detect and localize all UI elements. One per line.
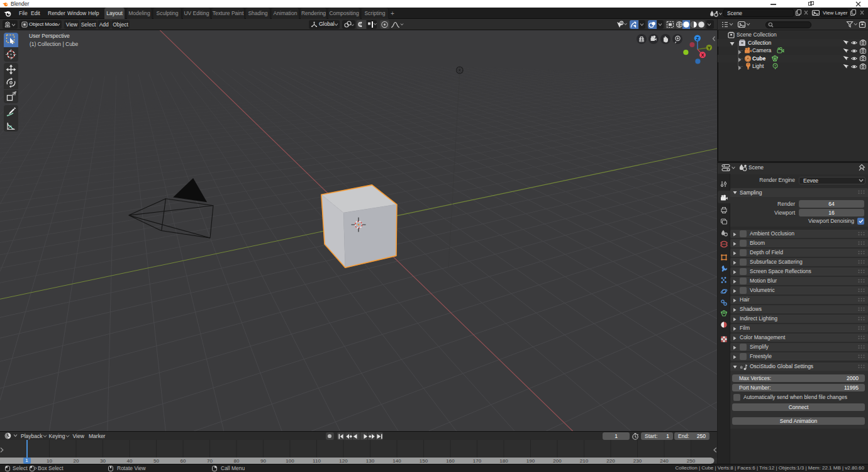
svg-text:X: X (701, 52, 704, 58)
svg-text:Z: Z (696, 36, 699, 42)
svg-text:Y: Y (708, 46, 711, 50)
